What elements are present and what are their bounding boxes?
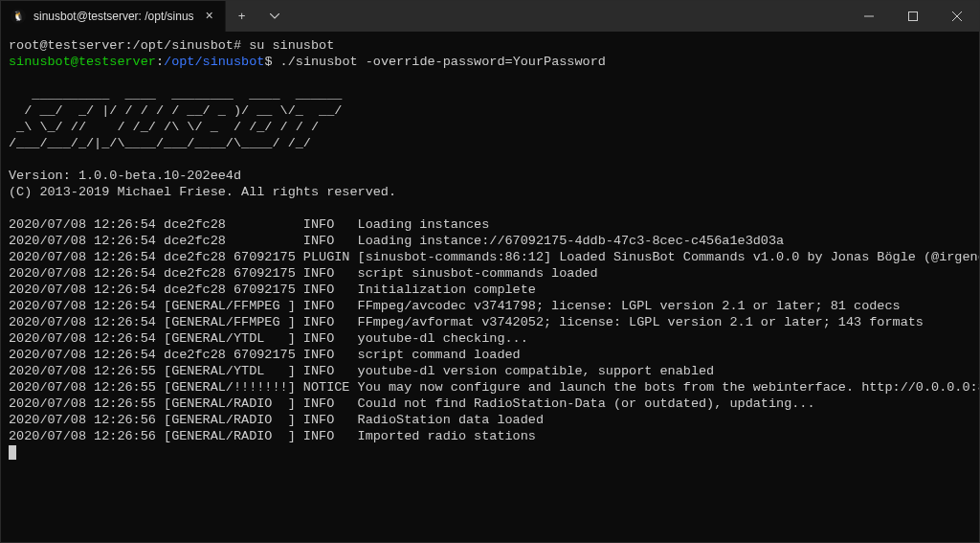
log-line: 2020/07/08 12:26:55 [GENERAL/YTDL ] INFO… [9,363,971,379]
prompt-path: /opt/sinusbot [164,55,264,69]
log-line: 2020/07/08 12:26:54 dce2fc28 67092175 IN… [9,282,971,298]
ascii-art-line: / __/ _/ |/ / / / / __/ _ )/ __ \/_ __/ [9,102,971,119]
log-line: 2020/07/08 12:26:54 dce2fc28 INFO Loadin… [9,233,971,249]
terminal-window: 🐧 sinusbot@testserver: /opt/sinus × + ro… [0,0,980,543]
tab-title: sinusbot@testserver: /opt/sinus [33,10,194,23]
ascii-art-line: __________ ____ ________ ____ ______ [9,86,971,102]
tab-close-button[interactable]: × [202,9,217,24]
log-line: 2020/07/08 12:26:56 [GENERAL/RADIO ] INF… [9,428,971,444]
blank-line [9,151,971,168]
cursor-line [9,444,971,461]
maximize-button[interactable] [891,1,935,32]
blank-line [9,200,971,216]
terminal-body[interactable]: root@testserver:/opt/sinusbot# su sinusb… [1,32,979,542]
command-text: su sinusbot [241,38,334,53]
tab-actions: + [226,1,291,32]
prompt-user: sinusbot@testserver [9,55,156,69]
log-line: 2020/07/08 12:26:54 dce2fc28 INFO Loadin… [9,216,971,233]
tab-icon: 🐧 [11,9,26,24]
titlebar: 🐧 sinusbot@testserver: /opt/sinus × + [1,1,979,32]
minimize-button[interactable] [847,1,891,32]
window-controls [847,1,979,32]
log-line: 2020/07/08 12:26:54 [GENERAL/YTDL ] INFO… [9,330,971,347]
log-line: 2020/07/08 12:26:54 dce2fc28 67092175 IN… [9,347,971,363]
new-tab-button[interactable]: + [226,1,258,32]
blank-line [9,70,971,86]
close-button[interactable] [935,1,979,32]
svg-rect-1 [909,12,918,21]
command-text: ./sinusbot -override-password=YourPasswo… [272,55,605,69]
log-line: 2020/07/08 12:26:56 [GENERAL/RADIO ] INF… [9,412,971,428]
root-prompt: root@testserver:/opt/sinusbot# [9,38,241,53]
version-line: Version: 1.0.0-beta.10-202ee4d [9,168,971,184]
prompt-line: root@testserver:/opt/sinusbot# su sinusb… [9,37,971,54]
log-line: 2020/07/08 12:26:55 [GENERAL/!!!!!!!] NO… [9,379,971,396]
ascii-art-line: /___/___/_/|_/\____/___/____/\____/ /_/ [9,135,971,151]
cursor [9,445,16,460]
ascii-art-line: _\ \_/ // / /_/ /\ \/ _ / /_/ / / / [9,119,971,135]
tab-dropdown-button[interactable] [258,1,291,32]
log-line: 2020/07/08 12:26:55 [GENERAL/RADIO ] INF… [9,396,971,412]
prompt-line: sinusbot@testserver:/opt/sinusbot$ ./sin… [9,54,971,70]
prompt-colon: : [156,55,164,69]
log-line: 2020/07/08 12:26:54 [GENERAL/FFMPEG ] IN… [9,314,971,330]
log-line: 2020/07/08 12:26:54 [GENERAL/FFMPEG ] IN… [9,298,971,314]
log-line: 2020/07/08 12:26:54 dce2fc28 67092175 PL… [9,249,971,265]
active-tab[interactable]: 🐧 sinusbot@testserver: /opt/sinus × [1,1,226,32]
log-line: 2020/07/08 12:26:54 dce2fc28 67092175 IN… [9,265,971,282]
copyright-line: (C) 2013-2019 Michael Friese. All rights… [9,184,971,200]
